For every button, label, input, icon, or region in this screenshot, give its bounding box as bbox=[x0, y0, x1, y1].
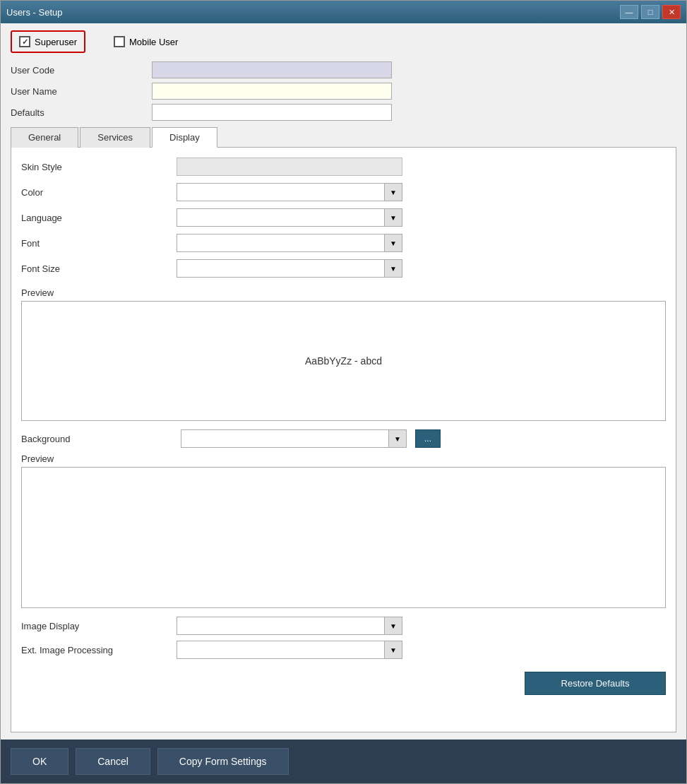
close-button[interactable]: ✕ bbox=[662, 5, 681, 19]
main-window: Users - Setup — □ ✕ Superuser Mobile Use… bbox=[0, 0, 687, 784]
font-size-label: Font Size bbox=[21, 263, 177, 274]
title-bar: Users - Setup — □ ✕ bbox=[1, 1, 686, 23]
language-select[interactable] bbox=[177, 208, 402, 227]
user-name-input[interactable] bbox=[152, 83, 392, 100]
tab-bar: General Services Display bbox=[11, 126, 676, 148]
image-display-row: Image Display ▼ bbox=[21, 617, 666, 635]
font-select[interactable] bbox=[177, 234, 402, 252]
language-label: Language bbox=[21, 213, 177, 223]
bottom-bar: OK Cancel Copy Form Settings bbox=[1, 740, 686, 783]
image-display-select[interactable] bbox=[177, 617, 402, 635]
font-preview-section: Preview AaBbYyZz - abcd bbox=[21, 287, 666, 421]
font-preview-text: AaBbYyZz - abcd bbox=[305, 355, 382, 367]
user-name-label: User Name bbox=[11, 86, 152, 97]
font-preview-box: AaBbYyZz - abcd bbox=[21, 301, 666, 421]
copy-form-settings-button[interactable]: Copy Form Settings bbox=[157, 748, 289, 775]
color-row: Color ▼ bbox=[21, 183, 666, 201]
cancel-button[interactable]: Cancel bbox=[76, 748, 150, 775]
font-size-select-wrapper: ▼ bbox=[177, 259, 402, 278]
user-code-input[interactable] bbox=[152, 61, 392, 78]
skin-style-input[interactable] bbox=[177, 158, 402, 176]
skin-style-label: Skin Style bbox=[21, 162, 177, 172]
window-controls: — □ ✕ bbox=[620, 5, 681, 19]
superuser-checkbox[interactable] bbox=[19, 36, 30, 47]
ok-button[interactable]: OK bbox=[11, 748, 68, 775]
superuser-checkbox-container[interactable]: Superuser bbox=[11, 30, 85, 53]
mobile-user-checkbox[interactable] bbox=[114, 36, 125, 47]
font-select-wrapper: ▼ bbox=[177, 234, 402, 252]
superuser-label: Superuser bbox=[35, 37, 77, 47]
tab-display[interactable]: Display bbox=[152, 127, 217, 148]
language-row: Language ▼ bbox=[21, 208, 666, 227]
mobile-user-label: Mobile User bbox=[129, 37, 178, 47]
background-row: Background ▼ ... bbox=[21, 429, 666, 448]
font-row: Font ▼ bbox=[21, 234, 666, 252]
content-area: Superuser Mobile User User Code User Nam… bbox=[1, 23, 686, 740]
ext-image-processing-row: Ext. Image Processing ▼ bbox=[21, 641, 666, 659]
font-label: Font bbox=[21, 238, 177, 249]
background-preview-label: Preview bbox=[21, 453, 666, 464]
color-select[interactable] bbox=[177, 183, 402, 201]
background-label: Background bbox=[21, 434, 177, 444]
background-select[interactable] bbox=[181, 429, 407, 448]
form-fields: User Code User Name Defaults bbox=[11, 61, 676, 121]
language-select-wrapper: ▼ bbox=[177, 208, 402, 227]
restore-defaults-button[interactable]: Restore Defaults bbox=[525, 672, 666, 695]
top-checkboxes: Superuser Mobile User bbox=[11, 30, 676, 53]
background-preview-section: Preview bbox=[21, 453, 666, 608]
user-code-label: User Code bbox=[11, 65, 152, 76]
user-name-row: User Name bbox=[11, 83, 676, 100]
user-code-row: User Code bbox=[11, 61, 676, 78]
color-label: Color bbox=[21, 187, 177, 198]
image-display-label: Image Display bbox=[21, 621, 177, 631]
minimize-button[interactable]: — bbox=[620, 5, 638, 19]
window-title: Users - Setup bbox=[6, 7, 62, 18]
bottom-fields: Image Display ▼ Ext. Image Processing bbox=[21, 617, 666, 660]
background-preview-box bbox=[21, 467, 666, 608]
display-tab-content: Skin Style Color ▼ Language bbox=[11, 148, 676, 732]
defaults-label: Defaults bbox=[11, 107, 152, 118]
maximize-button[interactable]: □ bbox=[641, 5, 659, 19]
skin-style-row: Skin Style bbox=[21, 158, 666, 176]
font-preview-label: Preview bbox=[21, 287, 666, 298]
font-size-select[interactable] bbox=[177, 259, 402, 278]
ext-image-processing-select[interactable] bbox=[177, 641, 402, 659]
mobile-user-checkbox-container[interactable]: Mobile User bbox=[114, 36, 178, 47]
image-display-select-wrapper: ▼ bbox=[177, 617, 402, 635]
color-select-wrapper: ▼ bbox=[177, 183, 402, 201]
font-size-row: Font Size ▼ bbox=[21, 259, 666, 278]
tab-general[interactable]: General bbox=[11, 127, 78, 148]
ext-image-processing-select-wrapper: ▼ bbox=[177, 641, 402, 659]
defaults-row: Defaults bbox=[11, 104, 676, 121]
tab-services[interactable]: Services bbox=[80, 127, 150, 148]
tabs-container: General Services Display Skin Style bbox=[11, 126, 676, 732]
restore-defaults-row: Restore Defaults bbox=[21, 672, 666, 695]
browse-button[interactable]: ... bbox=[415, 429, 441, 448]
background-select-wrapper: ▼ bbox=[181, 429, 407, 448]
ext-image-processing-label: Ext. Image Processing bbox=[21, 645, 177, 655]
defaults-input[interactable] bbox=[152, 104, 392, 121]
